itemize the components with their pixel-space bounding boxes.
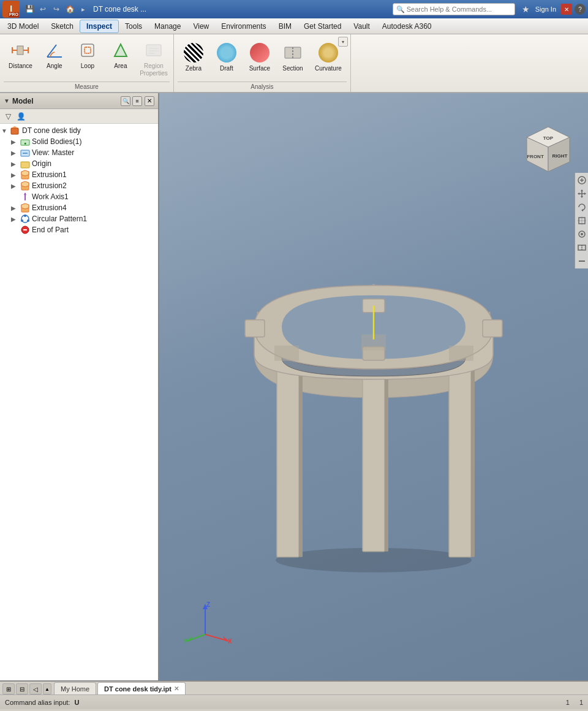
measure-label: Measure xyxy=(4,82,170,92)
svg-rect-60 xyxy=(385,357,388,552)
svg-rect-57 xyxy=(471,369,475,557)
new-tab-btn[interactable]: ⊞ xyxy=(2,683,15,694)
svg-line-86 xyxy=(205,634,227,641)
tabs-bar: ⊞ ⊟ ◁ ▲ My Home DT cone desk tidy.ipt ✕ xyxy=(0,681,588,694)
menu-item-sketch[interactable]: Sketch xyxy=(45,20,80,33)
tab-close-icon[interactable]: ✕ xyxy=(174,685,179,692)
coord-y: 1 xyxy=(579,699,583,706)
panel-menu-btn[interactable]: ≡ xyxy=(132,96,142,106)
look-at-btn[interactable] xyxy=(576,228,588,240)
svg-rect-9 xyxy=(146,45,161,56)
analysis-dropdown[interactable]: ▾ xyxy=(338,37,348,47)
model-toolbar: ▽ 👤 xyxy=(0,109,158,124)
sign-in-button[interactable]: Sign In xyxy=(535,6,556,13)
region-properties-tool[interactable]: Region Properties xyxy=(138,37,170,80)
menu-item-inspect[interactable]: Inspect xyxy=(80,20,119,33)
menu-bar: 3D Model Sketch Inspect Tools Manage Vie… xyxy=(0,18,588,34)
svg-marker-23 xyxy=(21,170,29,176)
menu-item-bim[interactable]: BIM xyxy=(273,20,298,33)
command-label: Command alias input: xyxy=(5,699,70,706)
svg-text:Y: Y xyxy=(184,638,188,644)
cube-navigator[interactable]: TOP FRONT RIGHT xyxy=(521,124,570,173)
command-value: U xyxy=(74,699,79,706)
svg-rect-55 xyxy=(449,367,471,557)
workspace: ▼ Model 🔍 ≡ ✕ ▽ 👤 ▼ DT cone desk tidy ▶ xyxy=(0,93,588,680)
more-button[interactable]: ▸ xyxy=(77,3,89,15)
coordinate-axes: X Y Z xyxy=(184,601,233,644)
viewport[interactable]: TOP FRONT RIGHT xyxy=(159,93,588,680)
undo-button[interactable]: ↩ xyxy=(37,3,49,15)
redo-button[interactable]: ↪ xyxy=(50,3,62,15)
svg-rect-6 xyxy=(81,44,94,56)
search-box[interactable]: 🔍 xyxy=(393,3,515,15)
angle-tool[interactable]: Angle xyxy=(39,37,70,72)
section-view-btn[interactable] xyxy=(576,241,588,254)
model-search-btn[interactable]: 👤 xyxy=(15,111,26,122)
loop-tool[interactable]: Loop xyxy=(72,37,104,72)
svg-rect-7 xyxy=(85,47,91,53)
menu-item-manage[interactable]: Manage xyxy=(148,20,187,33)
model-panel-collapse[interactable]: ▼ xyxy=(4,97,10,104)
svg-rect-58 xyxy=(363,356,385,552)
menu-item-environments[interactable]: Environments xyxy=(215,20,272,33)
svg-marker-25 xyxy=(21,181,29,187)
menu-item-getstarted[interactable]: Get Started xyxy=(298,20,347,33)
search-icon: 🔍 xyxy=(396,6,405,13)
zoom-fit-btn[interactable] xyxy=(576,174,588,186)
menu-item-tools[interactable]: Tools xyxy=(119,20,148,33)
svg-rect-52 xyxy=(277,367,299,557)
distance-tool[interactable]: Distance xyxy=(4,37,37,72)
tree-item-circ1[interactable]: ▶ Circular Pattern1 xyxy=(0,213,158,224)
save-button[interactable]: 💾 xyxy=(23,3,36,15)
tab-nav-back[interactable]: ◁ xyxy=(29,683,42,694)
menu-item-3dmodel[interactable]: 3D Model xyxy=(1,20,45,33)
tree-item-ext4[interactable]: ▶ Extrusion4 xyxy=(0,202,158,213)
panel-close-btn[interactable]: ✕ xyxy=(145,96,154,106)
tree-item-ext2[interactable]: ▶ Extrusion2 xyxy=(0,180,158,191)
tab-scroll-up[interactable]: ▲ xyxy=(43,683,51,694)
svg-rect-63 xyxy=(245,320,265,337)
model-filter-btn[interactable]: ▽ xyxy=(2,111,13,122)
search-input[interactable] xyxy=(407,6,499,13)
tab-myhome[interactable]: My Home xyxy=(54,682,96,694)
svg-marker-71 xyxy=(581,189,583,191)
home-button[interactable]: 🏠 xyxy=(64,3,76,15)
rotate-btn[interactable] xyxy=(576,201,588,213)
menu-item-a360[interactable]: Autodesk A360 xyxy=(376,20,438,33)
tree-item-origin[interactable]: ▶ Origin xyxy=(0,158,158,169)
menu-item-view[interactable]: View xyxy=(187,20,215,33)
tree-item-endpart[interactable]: ▶ End of Part xyxy=(0,224,158,235)
tab-list-btn[interactable]: ⊟ xyxy=(16,683,28,694)
analysis-section: Zebra Draft Surface Section Curvature xyxy=(174,34,351,92)
model-panel-header: ▼ Model 🔍 ≡ ✕ xyxy=(0,93,158,109)
zoom-btn[interactable] xyxy=(576,215,588,227)
area-tool[interactable]: Area xyxy=(105,37,137,72)
svg-rect-21 xyxy=(21,162,29,168)
close-title-button[interactable]: ✕ xyxy=(561,4,572,15)
menu-item-vault[interactable]: Vault xyxy=(347,20,375,33)
svg-text:FRONT: FRONT xyxy=(527,154,544,159)
tree-item-view[interactable]: ▶ View: Master xyxy=(0,147,158,158)
model-panel: ▼ Model 🔍 ≡ ✕ ▽ 👤 ▼ DT cone desk tidy ▶ xyxy=(0,93,159,680)
panel-search-btn[interactable]: 🔍 xyxy=(121,96,130,106)
pan-btn[interactable] xyxy=(576,188,588,200)
analysis-label: Analysis xyxy=(178,82,347,92)
svg-rect-64 xyxy=(483,320,502,337)
tree-item-root[interactable]: ▼ DT cone desk tidy xyxy=(0,125,158,136)
draft-tool[interactable]: Draft xyxy=(211,39,243,74)
section-tool[interactable]: Section xyxy=(277,39,309,74)
tab-current-file[interactable]: DT cone desk tidy.ipt ✕ xyxy=(97,682,186,694)
pro-badge: PRO xyxy=(9,12,19,17)
tree-item-ext1[interactable]: ▶ Extrusion1 xyxy=(0,169,158,180)
favorites-icon[interactable]: ★ xyxy=(522,4,530,14)
surface-tool[interactable]: Surface xyxy=(244,39,276,74)
svg-marker-16 xyxy=(11,126,18,128)
zebra-tool[interactable]: Zebra xyxy=(178,39,209,74)
min-view-btn[interactable] xyxy=(576,255,588,267)
tree-item-bodies[interactable]: ▶ ● Solid Bodies(1) xyxy=(0,136,158,147)
tree-item-axis1[interactable]: ▶ Work Axis1 xyxy=(0,191,158,202)
svg-marker-27 xyxy=(24,192,26,195)
svg-rect-83 xyxy=(579,260,585,262)
help-button[interactable]: ? xyxy=(575,4,586,15)
svg-marker-75 xyxy=(581,209,583,211)
